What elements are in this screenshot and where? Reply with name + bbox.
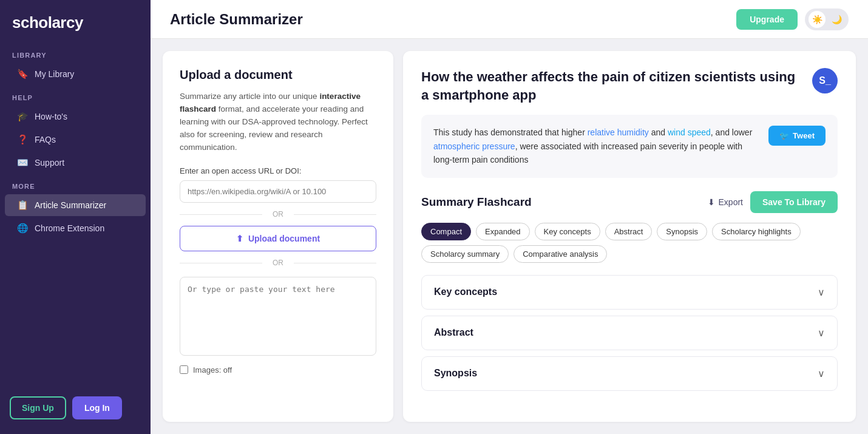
- accordion-synopsis: Synopsis ∨: [421, 356, 838, 391]
- tag-expanded[interactable]: Expanded: [476, 223, 530, 240]
- accordion-header-synopsis[interactable]: Synopsis ∨: [422, 357, 837, 390]
- article-title: How the weather affects the pain of citi…: [421, 68, 805, 104]
- export-button[interactable]: ⬇ Export: [708, 197, 743, 207]
- mortar-icon: 🎓: [17, 111, 29, 122]
- upload-icon: ⬆: [236, 234, 243, 243]
- theme-toggle[interactable]: ☀️ 🌙: [805, 8, 849, 30]
- tags-row: CompactExpandedKey conceptsAbstractSynop…: [421, 223, 838, 263]
- upload-document-button[interactable]: ⬆ Upload document: [180, 226, 376, 251]
- chevron-down-icon: ∨: [818, 287, 825, 298]
- sidebar-item-label: Article Summarizer: [35, 200, 106, 210]
- light-mode-button[interactable]: ☀️: [809, 11, 826, 28]
- more-section-label: MORE: [0, 174, 151, 194]
- abstract-part3: , and lower: [711, 127, 752, 137]
- sidebar: scholarcy LIBRARY 🔖 My Library HELP 🎓 Ho…: [0, 0, 151, 434]
- accordion-label-key-concepts: Key concepts: [434, 287, 497, 297]
- abstract-part1: This study has demonstrated that higher: [433, 127, 588, 137]
- sidebar-item-label: Support: [35, 158, 64, 168]
- abstract-box: This study has demonstrated that higher …: [421, 115, 838, 177]
- doc-icon: 📋: [17, 200, 29, 211]
- upload-title: Upload a document: [180, 68, 376, 82]
- tag-key-concepts[interactable]: Key concepts: [535, 223, 600, 240]
- main-area: Article Summarizer Upgrade ☀️ 🌙 Upload a…: [151, 0, 868, 434]
- question-icon: ❓: [17, 134, 29, 145]
- accordion-label-synopsis: Synopsis: [434, 368, 477, 379]
- upload-description: Summarize any article into our unique in…: [180, 90, 376, 154]
- chrome-icon: 🌐: [17, 223, 29, 234]
- abstract-text: This study has demonstrated that higher …: [433, 126, 759, 166]
- tag-abstract[interactable]: Abstract: [605, 223, 653, 240]
- tag-compact[interactable]: Compact: [421, 223, 471, 240]
- accordion-abstract: Abstract ∨: [421, 316, 838, 350]
- images-checkbox[interactable]: [180, 365, 188, 374]
- accordion-container: Key concepts ∨ Abstract ∨ Synopsis ∨: [421, 275, 838, 391]
- signup-button[interactable]: Sign Up: [10, 396, 66, 419]
- avatar: S_: [812, 68, 838, 93]
- flashcard-title: Summary Flashcard: [421, 195, 532, 209]
- topbar: Article Summarizer Upgrade ☀️ 🌙: [151, 0, 868, 39]
- sidebar-item-faqs[interactable]: ❓ FAQs: [5, 129, 146, 151]
- sidebar-item-my-library[interactable]: 🔖 My Library: [5, 63, 146, 85]
- article-header: How the weather affects the pain of citi…: [421, 68, 838, 104]
- bookmark-icon: 🔖: [17, 69, 29, 80]
- accordion-header-abstract[interactable]: Abstract ∨: [422, 316, 837, 350]
- link-atmospheric-pressure[interactable]: atmospheric pressure: [433, 141, 515, 151]
- summary-panel: How the weather affects the pain of citi…: [403, 51, 856, 422]
- login-button[interactable]: Log In: [72, 396, 122, 419]
- link-relative-humidity[interactable]: relative humidity: [588, 127, 649, 137]
- or-divider-2: OR: [180, 259, 376, 267]
- tag-scholarcy-highlights[interactable]: Scholarcy highlights: [712, 223, 801, 240]
- chevron-down-icon: ∨: [818, 368, 825, 379]
- sidebar-item-support[interactable]: ✉️ Support: [5, 152, 146, 174]
- sidebar-item-label: Chrome Extension: [35, 223, 104, 233]
- export-icon: ⬇: [708, 197, 715, 207]
- save-to-library-button[interactable]: Save To Library: [750, 191, 838, 213]
- sidebar-item-howtos[interactable]: 🎓 How-to's: [5, 106, 146, 127]
- flashcard-header: Summary Flashcard ⬇ Export Save To Libra…: [421, 191, 838, 213]
- upload-button-label: Upload document: [248, 234, 320, 243]
- export-label: Export: [719, 197, 743, 207]
- page-title: Article Summarizer: [170, 11, 303, 28]
- paste-text-input[interactable]: [180, 277, 376, 356]
- app-logo: scholarcy: [0, 0, 151, 43]
- topbar-actions: Upgrade ☀️ 🌙: [736, 8, 849, 30]
- upload-panel: Upload a document Summarize any article …: [163, 51, 393, 422]
- sidebar-bottom-buttons: Sign Up Log In: [0, 387, 151, 434]
- content-area: Upload a document Summarize any article …: [151, 39, 868, 434]
- sidebar-item-label: How-to's: [35, 112, 67, 121]
- images-label: Images: off: [193, 365, 232, 375]
- tag-synopsis[interactable]: Synopsis: [657, 223, 707, 240]
- url-label: Enter an open access URL or DOI:: [180, 166, 376, 175]
- tweet-button[interactable]: 🐦 Tweet: [768, 126, 826, 146]
- dark-mode-button[interactable]: 🌙: [828, 11, 845, 28]
- sidebar-item-label: FAQs: [35, 135, 56, 144]
- url-input[interactable]: [180, 180, 376, 203]
- accordion-header-key-concepts[interactable]: Key concepts ∨: [422, 276, 837, 309]
- twitter-icon: 🐦: [779, 131, 789, 140]
- chevron-down-icon: ∨: [818, 327, 825, 339]
- envelope-icon: ✉️: [17, 157, 29, 168]
- flashcard-actions: ⬇ Export Save To Library: [708, 191, 838, 213]
- accordion-key-concepts: Key concepts ∨: [421, 275, 838, 310]
- or-divider-1: OR: [180, 210, 376, 219]
- link-wind-speed[interactable]: wind speed: [668, 127, 711, 137]
- sidebar-item-label: My Library: [35, 69, 74, 79]
- sidebar-item-article-summarizer[interactable]: 📋 Article Summarizer: [5, 194, 146, 216]
- sidebar-item-chrome-extension[interactable]: 🌐 Chrome Extension: [5, 217, 146, 239]
- tag-comparative-analysis[interactable]: Comparative analysis: [514, 245, 607, 263]
- tag-scholarcy-summary[interactable]: Scholarcy summary: [421, 245, 509, 263]
- upgrade-button[interactable]: Upgrade: [736, 9, 798, 30]
- tweet-label: Tweet: [793, 131, 815, 140]
- images-row: Images: off: [180, 365, 376, 375]
- help-section-label: HELP: [0, 86, 151, 105]
- upload-desc-plain: Summarize any article into our unique: [180, 92, 319, 101]
- abstract-part2: and: [649, 127, 668, 137]
- library-section-label: LIBRARY: [0, 43, 151, 63]
- accordion-label-abstract: Abstract: [434, 327, 473, 338]
